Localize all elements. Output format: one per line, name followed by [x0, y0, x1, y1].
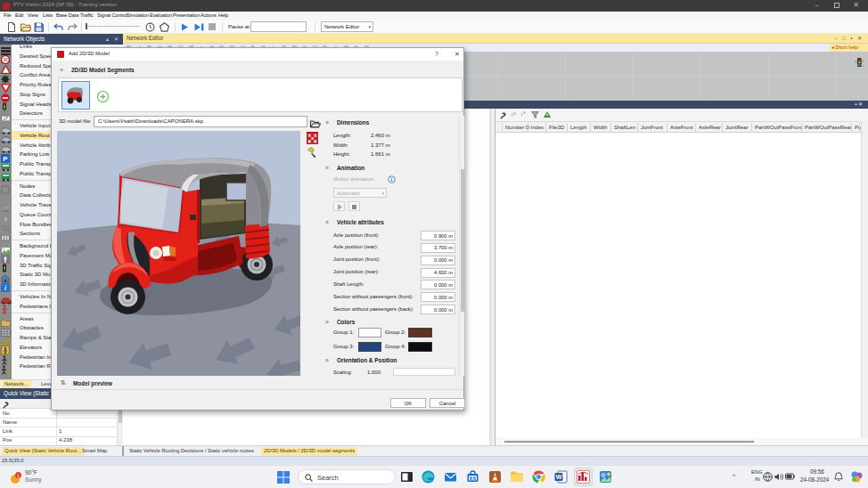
svg-text:1: 1: [17, 473, 20, 478]
svg-text:W: W: [556, 474, 562, 480]
